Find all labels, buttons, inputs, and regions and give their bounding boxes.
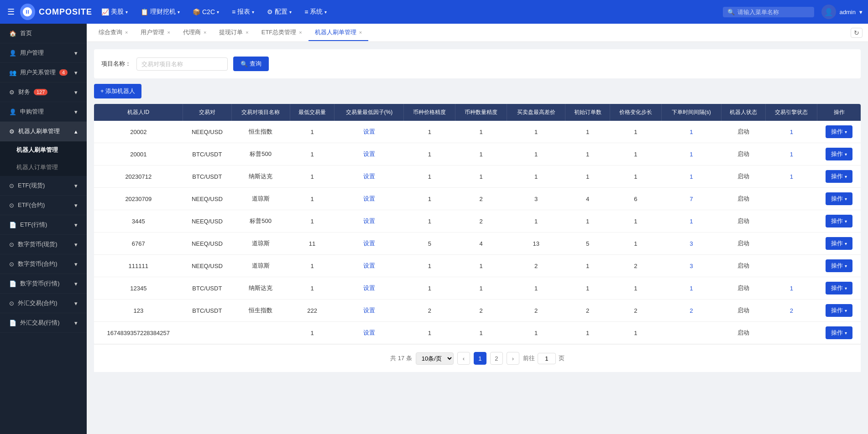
sidebar-item-home[interactable]: 🏠 首页 [0,24,87,43]
action-button[interactable]: 操作 ▾ [826,259,852,272]
search-input[interactable] [737,9,801,16]
cell-action[interactable]: 操作 ▾ [817,232,861,255]
project-name-input[interactable] [136,57,228,71]
action-button[interactable]: 操作 ▾ [826,215,852,227]
sidebar-item-robot[interactable]: ⚙ 机器人刷单管理 ▴ [0,122,87,141]
nav-item-system[interactable]: ≡ 系统 ▾ [299,5,332,19]
nav-search[interactable]: 🔍 [723,7,814,17]
cell-factor[interactable]: 设置 [335,255,404,277]
logo-area: ☰ COMPOSITE [5,4,92,20]
add-robot-button[interactable]: + 添加机器人 [94,84,141,98]
table-row: 12345 BTC/USDT 纳斯达克 1 设置 1 1 1 1 1 1 启动 … [94,277,861,300]
page-size-select[interactable]: 10条/页 20条/页 50条/页 [416,352,454,365]
nav-stocks-icon: 📈 [101,8,109,16]
sidebar-item-user-manage[interactable]: 👤 用户管理 ▾ [0,43,87,63]
sidebar-item-etf-futures[interactable]: ⊙ ETF(合约) ▾ [0,196,87,215]
cell-price-step: 1 [610,143,661,165]
nav-item-stocks[interactable]: 📈 美股 ▾ [96,5,133,19]
tab-overview[interactable]: 综合查询 × [92,25,134,41]
cell-action[interactable]: 操作 ▾ [817,121,861,143]
factor-link[interactable]: 设置 [363,329,375,336]
factor-link[interactable]: 设置 [363,150,375,157]
cell-factor[interactable]: 设置 [335,143,404,165]
sidebar-item-etf-spot[interactable]: ⊙ ETF(现货) ▾ [0,176,87,196]
action-button[interactable]: 操作 ▾ [826,170,852,183]
tab-user-mgmt-close[interactable]: × [167,30,170,35]
cell-factor[interactable]: 设置 [335,300,404,322]
factor-link[interactable]: 设置 [363,240,375,247]
cell-action[interactable]: 操作 ▾ [817,143,861,165]
sidebar-item-finance[interactable]: ⚙ 财务 127 ▾ [0,83,87,102]
tab-robot-order-close[interactable]: × [359,30,362,35]
cell-project: 标普500 [231,143,290,165]
cell-price-step: 1 [610,121,661,143]
action-button[interactable]: 操作 ▾ [826,304,852,317]
nav-item-c2c[interactable]: 📦 C2C ▾ [187,5,225,18]
sidebar-item-user-rel[interactable]: 👥 用户关系管理 4 ▾ [0,63,87,83]
factor-link[interactable]: 设置 [363,284,375,291]
sidebar-item-etf-market[interactable]: 📄 ETF(行情) ▾ [0,215,87,235]
cell-factor[interactable]: 设置 [335,322,404,344]
nav-user[interactable]: 👤 admin ▾ [821,5,863,19]
sidebar-item-crypto-market[interactable]: 📄 数字货币(行情) ▾ [0,274,87,294]
cell-factor[interactable]: 设置 [335,210,404,232]
nav-item-mining[interactable]: 📋 理财挖机 ▾ [135,5,185,19]
sidebar-item-crypto-spot[interactable]: ⊙ 数字货币(现货) ▾ [0,235,87,254]
tab-agent-mgmt-close[interactable]: × [204,30,206,35]
tab-withdrawal[interactable]: 提现订单 × [213,25,255,41]
factor-link[interactable]: 设置 [363,307,375,314]
cell-factor[interactable]: 设置 [335,277,404,300]
factor-link[interactable]: 设置 [363,173,375,180]
tab-etf-category[interactable]: ETF总类管理 × [255,25,309,41]
factor-link[interactable]: 设置 [363,217,375,224]
cell-price-step: 1 [610,165,661,188]
cell-factor[interactable]: 设置 [335,121,404,143]
tab-overview-close[interactable]: × [125,30,128,35]
page-1-button[interactable]: 1 [474,352,486,365]
sidebar-sub-robot-order-detail[interactable]: 机器人订单管理 [0,159,87,176]
page-2-button[interactable]: 2 [490,352,503,365]
cell-action[interactable]: 操作 ▾ [817,188,861,210]
factor-link[interactable]: 设置 [363,262,375,269]
factor-link[interactable]: 设置 [363,195,375,202]
action-button[interactable]: 操作 ▾ [826,282,852,294]
tab-etf-category-close[interactable]: × [299,30,302,35]
hamburger-button[interactable]: ☰ [5,5,16,19]
tabs-refresh-button[interactable]: ↻ [851,28,863,38]
cell-action[interactable]: 操作 ▾ [817,277,861,300]
nav-item-settings[interactable]: ⚙ 配置 ▾ [261,5,297,19]
action-button[interactable]: 操作 ▾ [826,148,852,160]
sidebar-sub-robot-order[interactable]: 机器人刷单管理 [0,141,87,159]
search-button[interactable]: 🔍 查询 [233,57,269,71]
cell-factor[interactable]: 设置 [335,188,404,210]
prev-page-button[interactable]: ‹ [457,352,470,365]
cell-action[interactable]: 操作 ▾ [817,322,861,344]
cell-action[interactable]: 操作 ▾ [817,300,861,322]
cell-action[interactable]: 操作 ▾ [817,210,861,232]
cell-status: 启动 [721,322,766,344]
sidebar-item-ipo[interactable]: 👤 申购管理 ▾ [0,102,87,122]
next-page-button[interactable]: › [507,352,519,365]
cell-action[interactable]: 操作 ▾ [817,165,861,188]
cell-factor[interactable]: 设置 [335,232,404,255]
tab-withdrawal-close[interactable]: × [246,30,248,35]
action-button[interactable]: 操作 ▾ [826,326,852,339]
tab-agent-mgmt[interactable]: 代理商 × [177,25,213,41]
goto-page-input[interactable] [538,353,556,364]
etf-spot-icon: ⊙ [9,182,14,189]
crypto-market-icon: 📄 [9,280,16,287]
action-button[interactable]: 操作 ▾ [826,125,852,138]
sidebar-item-forex-market[interactable]: 📄 外汇交易(行情) ▾ [0,313,87,333]
etf-market-chevron: ▾ [74,222,78,228]
cell-action[interactable]: 操作 ▾ [817,255,861,277]
sidebar-item-forex-futures[interactable]: ⊙ 外汇交易(合约) ▾ [0,294,87,313]
sidebar-item-crypto-futures[interactable]: ⊙ 数字货币(合约) ▾ [0,254,87,274]
nav-item-reports[interactable]: ≡ 报表 ▾ [226,5,260,19]
tab-robot-order[interactable]: 机器人刷单管理 × [309,25,368,41]
action-button[interactable]: 操作 ▾ [826,237,852,250]
cell-init-orders: 1 [565,210,610,232]
action-button[interactable]: 操作 ▾ [826,192,852,205]
factor-link[interactable]: 设置 [363,128,375,135]
cell-factor[interactable]: 设置 [335,165,404,188]
tab-user-mgmt[interactable]: 用户管理 × [134,25,176,41]
